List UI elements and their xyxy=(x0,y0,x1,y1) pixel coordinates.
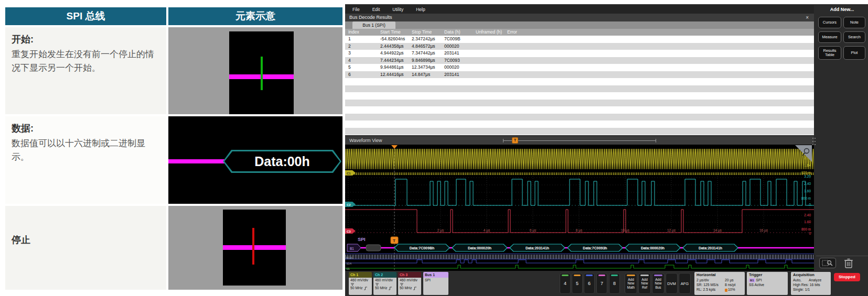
add-plot-button[interactable]: Plot xyxy=(843,46,865,60)
stop-art-red-marker xyxy=(252,228,254,265)
bus1-badge[interactable] xyxy=(347,244,361,251)
table-cell xyxy=(473,50,504,57)
add-results-table-button[interactable]: Results Table xyxy=(818,46,841,60)
close-icon[interactable]: × xyxy=(806,14,809,21)
ch2-settings-badge[interactable]: Ch 2 460 mV/div 50 MHz xyxy=(373,272,397,295)
table-cell: 7.444234µs xyxy=(377,57,409,64)
menu-edit[interactable]: Edit xyxy=(372,7,380,12)
time-axis-label: 14 µs xyxy=(713,228,722,233)
add-cursors-button[interactable]: Cursors xyxy=(818,17,841,28)
add-new-bus-button[interactable]: Add New Bus xyxy=(652,273,665,294)
channel-4-button[interactable]: 4 xyxy=(560,273,571,294)
scale-label: 920 m xyxy=(801,171,811,174)
table-cell xyxy=(441,92,473,100)
horizontal-position-slider[interactable] xyxy=(503,140,656,141)
waveform-title-bar[interactable]: Waveform View T xyxy=(345,136,814,145)
ch1-bandwidth: 50 MHz xyxy=(350,286,362,291)
table-row[interactable]: 59.944861µs12.34734µs000020 xyxy=(345,64,814,71)
trigger-panel[interactable]: Trigger B1 SPI SS Active xyxy=(747,272,788,295)
table-row[interactable] xyxy=(345,114,814,121)
page: SPI 总线 元素示意 开始: 重复开始发生在没有前一个停止的情况下显示另一个开… xyxy=(0,0,868,296)
tab-bus1-spi[interactable]: Bus 1 (SPI) xyxy=(352,21,395,29)
position-icon xyxy=(725,289,727,292)
table-cell: 1 xyxy=(345,36,377,43)
menu-help[interactable]: Help xyxy=(416,7,425,12)
trigger-type: SPI xyxy=(756,278,762,282)
add-measure-button[interactable]: Measure xyxy=(818,31,841,43)
panel-drag-handle[interactable] xyxy=(812,138,817,148)
results-title-bar[interactable]: Bus Decode Results × xyxy=(345,14,814,21)
row-data-text: 数据: 数据值可以以十六进制或二进制显示。 xyxy=(5,116,166,204)
menu-file[interactable]: File xyxy=(352,7,360,12)
waveform-canvas[interactable]: SPI B1 T C1 C2 C3 2 µs4 µs6 µs8 µs10 µs1… xyxy=(345,145,814,271)
ch3-badge-label: C3 xyxy=(347,230,351,233)
table-row[interactable]: 34.944922µs7.347442µs203141 xyxy=(345,50,814,57)
table-cell xyxy=(441,78,473,85)
zoom-select-button[interactable] xyxy=(819,258,836,268)
add-search-button[interactable]: Search xyxy=(843,31,865,43)
bandwidth-icon xyxy=(413,287,417,290)
add-new-math-button[interactable]: Add New Math xyxy=(625,273,637,294)
ch3-volts: 460 mV/div xyxy=(400,278,420,283)
table-row[interactable] xyxy=(345,85,814,93)
menu-utility[interactable]: Utility xyxy=(392,7,403,12)
waveform-view-window: Waveform View T xyxy=(345,136,814,271)
channel-5-button[interactable]: 5 xyxy=(572,273,583,294)
row-start-art xyxy=(168,27,342,114)
table-cell xyxy=(377,128,409,135)
table-cell xyxy=(345,85,377,93)
table-row[interactable] xyxy=(345,128,814,135)
dvm-button[interactable]: DVM xyxy=(666,273,678,294)
table-row[interactable] xyxy=(345,106,814,114)
table-cell: 9.846898µs xyxy=(409,57,441,64)
table-cell xyxy=(504,36,814,43)
table-cell xyxy=(473,106,504,114)
table-cell: 000020 xyxy=(441,64,473,71)
bus1-settings-badge[interactable]: Bus 1 SPI xyxy=(423,272,448,295)
table-row[interactable]: 22.444358µs4.846572µs000020 xyxy=(345,43,814,50)
table-cell: 2.347242µs xyxy=(409,36,441,43)
results-title: Bus Decode Results xyxy=(349,15,392,20)
table-cell xyxy=(473,85,504,93)
ch1-clock-trace xyxy=(345,149,814,175)
channel-8-button[interactable]: 8 xyxy=(609,273,620,294)
zoom-select-icon xyxy=(822,259,833,267)
table-row[interactable] xyxy=(345,100,814,107)
bandwidth-icon xyxy=(388,287,392,290)
table-cell: 000020 xyxy=(441,43,473,50)
acquisition-panel[interactable]: Acquisition Auto,Analyze High Res: 16 bi… xyxy=(791,272,831,295)
trash-button[interactable] xyxy=(842,257,855,269)
channel-6-button[interactable]: 6 xyxy=(584,273,595,294)
sample-interval: 8 ns/pt xyxy=(725,282,743,287)
bus-frame-label: Data:203141h xyxy=(526,246,549,250)
trigger-detail: SS Active xyxy=(749,282,786,287)
table-row[interactable] xyxy=(345,120,814,128)
ch1-volts: 460 mV/div xyxy=(350,278,370,283)
trigger-slider-marker[interactable]: T xyxy=(512,137,518,144)
ch1-settings-badge[interactable]: Ch 1 460 mV/div 50 MHz xyxy=(349,272,372,295)
ch3-settings-badge[interactable]: Ch 3 460 mV/div 50 MHz xyxy=(398,272,421,295)
add-new-ref-button[interactable]: Add New Ref xyxy=(638,273,651,294)
table-cell xyxy=(473,43,504,50)
table-row[interactable]: 1-54.82604ns2.347242µs7C009B xyxy=(345,36,814,43)
stopped-status-button[interactable]: Stopped xyxy=(834,273,860,281)
table-cell xyxy=(345,92,377,100)
channel-7-button[interactable]: 7 xyxy=(596,273,607,294)
row-stop-title: 停止 xyxy=(12,233,160,247)
table-row[interactable] xyxy=(345,92,814,100)
bus-frame-label: Data:000020h xyxy=(468,246,491,250)
table-row[interactable]: 47.444234µs9.846898µs7C0093 xyxy=(345,57,814,64)
add-note-button[interactable]: Note xyxy=(843,17,865,28)
horizontal-window: 20 µs xyxy=(725,278,743,282)
table-cell xyxy=(409,92,441,100)
trigger-marker-label: T xyxy=(393,238,395,243)
trigger-source-badge: B1 xyxy=(749,278,755,282)
table-row[interactable]: 612.44416µs14.847µs203141 xyxy=(345,71,814,79)
col-stop-time: Stop Time xyxy=(409,29,441,36)
table-cell xyxy=(473,64,504,71)
afg-button[interactable]: AFG xyxy=(679,273,691,294)
table-row[interactable] xyxy=(345,78,814,85)
horizontal-panel[interactable]: Horizontal 2 µs/div20 µs SR: 125 MS/s8 n… xyxy=(694,272,745,295)
time-axis-label: 8 µs xyxy=(576,228,583,233)
table-cell: 4 xyxy=(345,57,377,64)
